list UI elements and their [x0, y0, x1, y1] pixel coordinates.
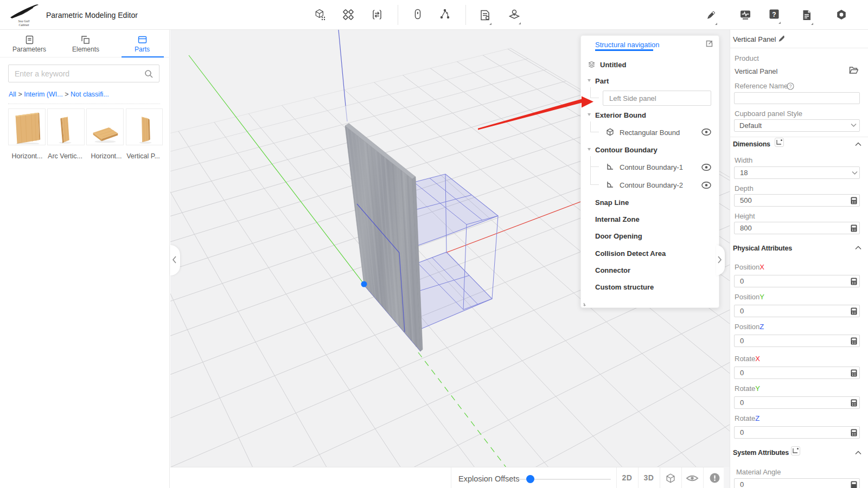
svg-text:Sea Gull: Sea Gull: [18, 20, 30, 23]
svg-text:?: ?: [789, 84, 792, 89]
svg-text:?: ?: [772, 11, 776, 18]
svg-text:Cabinet: Cabinet: [19, 23, 29, 27]
